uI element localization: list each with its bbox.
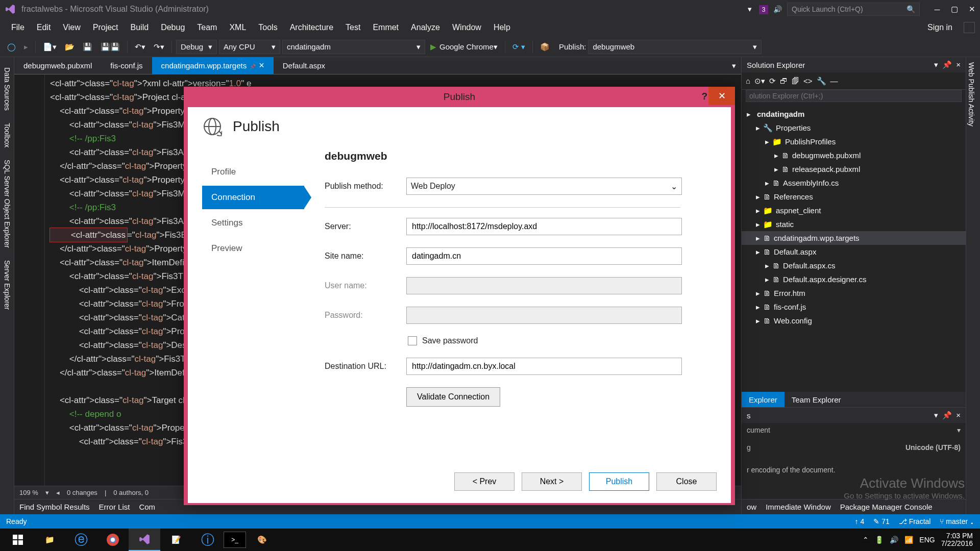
nav-connection[interactable]: Connection (202, 186, 304, 209)
pending-up-icon[interactable]: ↑ 4 (855, 517, 865, 525)
tree-row[interactable]: ▸cndatingadm.wpp.targets (742, 231, 966, 245)
solution-search-input[interactable] (742, 90, 966, 105)
repo-icon[interactable]: ⎇ Fractal (899, 517, 931, 525)
side-web-publish[interactable]: Web Publish Activity (966, 57, 976, 132)
menu-xml[interactable]: XML (223, 18, 252, 37)
menu-architecture[interactable]: Architecture (284, 18, 339, 37)
dialog-close-button[interactable]: ✕ (708, 87, 735, 105)
preview-icon[interactable]: — (830, 77, 838, 85)
chrome-icon[interactable] (97, 529, 129, 551)
tab-immediate[interactable]: Immediate Window (766, 503, 831, 511)
minimize-button[interactable]: ─ (932, 4, 942, 14)
code-icon[interactable]: <> (803, 77, 813, 85)
flag-notif-icon[interactable]: ▾3 (748, 5, 768, 14)
validate-button[interactable]: Validate Connection (406, 387, 500, 407)
tab-team-explorer[interactable]: Team Explorer (785, 392, 848, 407)
undo-icon[interactable]: ↶▾ (132, 40, 149, 54)
startup-combo[interactable]: cndatingadm▾ (282, 40, 425, 54)
publish-icon[interactable]: 📦 (537, 40, 553, 54)
save-password-checkbox[interactable] (408, 336, 417, 345)
props-icon[interactable]: 🔧 (817, 77, 826, 86)
tab-solution-explorer[interactable]: Explorer (742, 392, 785, 407)
server-input[interactable] (406, 218, 682, 235)
panel-dropdown-icon[interactable]: ▾ (934, 60, 938, 69)
dialog-titlebar[interactable]: Publish ? ✕ (184, 87, 735, 107)
lang-indicator[interactable]: ENG (919, 536, 935, 544)
side-data-sources[interactable]: Data Sources (2, 62, 12, 116)
tab-error-list[interactable]: Error List (99, 503, 130, 511)
tree-row[interactable]: ▸Error.htm (742, 286, 966, 300)
redo-icon[interactable]: ↷▾ (151, 40, 167, 54)
close-button[interactable]: Close (656, 472, 717, 491)
run-button[interactable]: Google Chrome ▾ (427, 40, 501, 54)
tree-row[interactable]: ▸Default.aspx (742, 245, 966, 259)
tree-row[interactable]: ▸static (742, 217, 966, 231)
close-tab-icon[interactable] (259, 60, 264, 71)
solution-tree[interactable]: ▸cndatingadm▸Properties▸PublishProfiles▸… (742, 105, 966, 392)
tray-chevron-icon[interactable]: ⌃ (863, 536, 869, 544)
nav-profile[interactable]: Profile (202, 160, 304, 184)
menu-emmet[interactable]: Emmet (366, 18, 405, 37)
next-button[interactable]: Next > (522, 472, 582, 491)
pin-icon[interactable] (250, 61, 256, 70)
file-tab[interactable]: debugmweb.pubxml (14, 57, 101, 74)
menu-file[interactable]: File (5, 18, 31, 37)
menu-team[interactable]: Team (191, 18, 223, 37)
tree-row[interactable]: ▸Web.config (742, 314, 966, 328)
side-sql-explorer[interactable]: SQL Server Object Explorer (2, 155, 12, 253)
side-server-explorer[interactable]: Server Explorer (2, 255, 12, 315)
volume-icon[interactable]: 🔊 (890, 536, 898, 544)
notepad-icon[interactable]: 📝 (160, 529, 192, 551)
menu-edit[interactable]: Edit (31, 18, 57, 37)
cmd-icon[interactable]: >_ (224, 532, 246, 548)
publish-button[interactable]: Publish (589, 472, 649, 491)
tab-find-results[interactable]: Find Symbol Results (19, 503, 90, 511)
publish-target-combo[interactable]: debugmweb▾ (588, 40, 762, 54)
site-input[interactable] (406, 247, 682, 265)
save-all-icon[interactable]: 💾💾 (97, 40, 123, 54)
dialog-help-icon[interactable]: ? (701, 91, 707, 102)
destination-input[interactable] (406, 358, 682, 375)
network-icon[interactable]: 📶 (904, 536, 913, 544)
tree-row[interactable]: ▸cndatingadm (742, 107, 966, 121)
tree-row[interactable]: ▸Default.aspx.designer.cs (742, 272, 966, 286)
collapse-icon[interactable]: ⊙▾ (754, 77, 765, 86)
panel-pin-icon[interactable]: 📌 (942, 60, 952, 69)
branch-icon[interactable]: ⑂ master ▴ (940, 517, 974, 525)
save-icon[interactable]: 💾 (80, 40, 95, 54)
platform-combo[interactable]: Any CPU▾ (219, 40, 280, 54)
publish-method-select[interactable]: Web Deploy⌄ (406, 178, 682, 195)
menu-window[interactable]: Window (446, 18, 487, 37)
tree-row[interactable]: ▸releasepack.pubxml (742, 162, 966, 176)
tree-row[interactable]: ▸References (742, 190, 966, 204)
tree-row[interactable]: ▸fis-conf.js (742, 300, 966, 314)
tab-pkg-console[interactable]: Package Manager Console (840, 503, 933, 511)
tab-overflow-icon[interactable]: ▾ (727, 57, 741, 74)
tree-row[interactable]: ▸PublishProfiles (742, 135, 966, 148)
quick-launch-input[interactable]: Quick Launch (Ctrl+Q) 🔍 (787, 3, 920, 16)
tree-row[interactable]: ▸aspnet_client (742, 204, 966, 217)
tree-row[interactable]: ▸debugmweb.pubxml (742, 148, 966, 162)
ie-icon[interactable]: ⓔ (65, 529, 97, 551)
start-button[interactable] (2, 529, 34, 551)
maximize-button[interactable]: ▢ (949, 4, 960, 14)
config-combo[interactable]: Debug▾ (176, 40, 217, 54)
file-explorer-icon[interactable]: 📁 (34, 529, 65, 551)
file-tab[interactable]: fis-conf.js (101, 57, 152, 74)
new-project-icon[interactable]: 📄▾ (40, 40, 60, 54)
nav-preview[interactable]: Preview (202, 237, 304, 260)
nav-fwd-icon[interactable]: ▸ (21, 40, 31, 54)
help-icon[interactable]: ⓘ (192, 529, 224, 551)
panel-close-icon[interactable]: × (956, 60, 961, 69)
nav-settings[interactable]: Settings (202, 211, 304, 235)
close-button[interactable]: ✕ (967, 4, 977, 14)
side-toolbox[interactable]: Toolbox (2, 118, 12, 153)
menu-project[interactable]: Project (87, 18, 125, 37)
tree-row[interactable]: ▸Properties (742, 121, 966, 135)
tree-row[interactable]: ▸AssemblyInfo.cs (742, 176, 966, 190)
clock[interactable]: 7:03 PM 7/22/2016 (941, 532, 973, 548)
tab-command[interactable]: Com (139, 503, 155, 511)
prev-button[interactable]: < Prev (454, 472, 514, 491)
signin-link[interactable]: Sign in (921, 18, 959, 37)
visual-studio-icon[interactable] (129, 529, 160, 551)
